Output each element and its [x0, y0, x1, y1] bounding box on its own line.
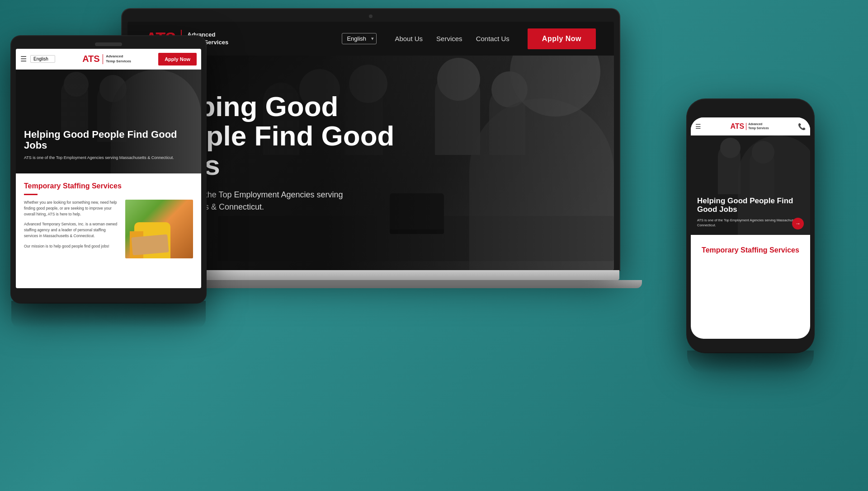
mobile-logo-text: Advanced Temp Services	[748, 122, 769, 130]
worker-bg	[125, 200, 193, 258]
mobile-hero-subtitle: ATS is one of the Top Employment Agencie…	[697, 218, 804, 228]
tablet-service-text-col: Whether you are looking for something ne…	[24, 200, 121, 258]
tablet-service-text1: Whether you are looking for something ne…	[24, 200, 121, 217]
tablet-hamburger-icon[interactable]: ☰	[20, 55, 27, 63]
tablet-nav: ☰ English ATS Advanced Temp Services App…	[16, 49, 201, 70]
language-selector[interactable]: English	[342, 33, 377, 44]
mobile-notch	[732, 108, 769, 116]
tablet-logo: ATS Advanced Temp Services	[82, 54, 131, 64]
mobile-phone-icon[interactable]: 📞	[798, 123, 806, 130]
tablet-language-selector[interactable]: English	[30, 55, 55, 63]
mobile-logo-divider	[746, 123, 746, 130]
tablet-logo-ats: ATS	[82, 54, 100, 64]
tablet-logo-divider	[103, 54, 104, 64]
mobile-nav: ☰ ATS Advanced Temp Services 📞	[691, 117, 810, 136]
tablet-service-text2: Advanced Temporary Services, Inc. is a w…	[24, 221, 121, 238]
mobile-hero-content: Helping Good People Find Good Jobs ATS i…	[691, 190, 810, 235]
worker-hand-paper	[131, 234, 169, 256]
scene: ATS Advanced Temp Services English	[0, 0, 868, 491]
tablet-reflection	[11, 301, 206, 328]
mobile-scroll-icon: →	[795, 220, 801, 227]
tablet-service-body: Whether you are looking for something ne…	[24, 200, 193, 258]
mobile-service-title: Temporary Staffing Services	[697, 246, 804, 254]
mobile-device: ☰ ATS Advanced Temp Services 📞	[687, 99, 814, 373]
mobile-service-section: Temporary Staffing Services	[691, 235, 810, 262]
mobile-logo: ATS Advanced Temp Services	[704, 122, 795, 131]
laptop-camera	[369, 14, 373, 18]
tablet-content-inner: Temporary Staffing Services Whether you …	[24, 182, 193, 258]
mobile-frame: ☰ ATS Advanced Temp Services 📞	[687, 99, 814, 352]
tablet-hero-subtitle: ATS is one of the Top Employment Agencie…	[24, 155, 193, 161]
tablet-hero-content: Helping Good People Find Good Jobs ATS i…	[16, 117, 201, 173]
laptop-nav-links: About Us Services Contact Us	[395, 35, 509, 42]
tablet-camera	[95, 42, 122, 46]
nav-contact[interactable]: Contact Us	[476, 35, 509, 42]
tablet-hero: Helping Good People Find Good Jobs ATS i…	[16, 70, 201, 173]
tablet-hero-title: Helping Good People Find Good Jobs	[24, 129, 193, 151]
tablet-service-divider	[24, 194, 38, 195]
tablet-service-text3: Our mission is to help good people find …	[24, 243, 121, 249]
tablet-frame: ☰ English ATS Advanced Temp Services App…	[11, 36, 206, 303]
mobile-hero-title: Helping Good People Find Good Jobs	[697, 197, 804, 214]
language-dropdown[interactable]: English	[342, 33, 377, 44]
tablet-service-image	[125, 200, 193, 258]
mobile-hero: Helping Good People Find Good Jobs ATS i…	[691, 136, 810, 235]
mobile-scroll-button[interactable]: →	[792, 218, 804, 229]
tablet-screen: ☰ English ATS Advanced Temp Services App…	[16, 49, 201, 288]
mobile-logo-ats: ATS	[730, 122, 744, 131]
tablet-logo-text: Advanced Temp Services	[106, 54, 131, 64]
laptop-apply-button[interactable]: Apply Now	[528, 28, 596, 49]
tablet-service-title: Temporary Staffing Services	[24, 182, 193, 190]
nav-services[interactable]: Services	[436, 35, 462, 42]
tablet-service-section: Temporary Staffing Services Whether you …	[16, 173, 201, 288]
nav-about[interactable]: About Us	[395, 35, 423, 42]
mobile-hamburger-icon[interactable]: ☰	[695, 123, 701, 130]
mobile-screen: ☰ ATS Advanced Temp Services 📞	[691, 117, 810, 339]
tablet-apply-button[interactable]: Apply Now	[158, 53, 197, 65]
tablet-device: ☰ English ATS Advanced Temp Services App…	[11, 36, 206, 328]
mobile-reflection	[687, 351, 814, 373]
